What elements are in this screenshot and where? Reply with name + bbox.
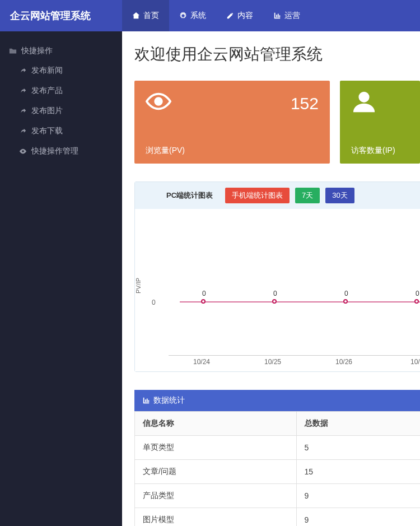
table-header-row: 信息名称 总数据	[135, 412, 421, 436]
sidebar: 快捷操作 发布新闻 发布产品 发布图片 发布下载 快捷操作管理	[0, 31, 122, 526]
sidebar-item-label: 发布下载	[31, 126, 63, 136]
nav-system[interactable]: 系统	[169, 0, 216, 31]
x-tick: 10/25	[264, 358, 281, 366]
share-icon	[19, 107, 27, 115]
y-tick: 0	[152, 299, 156, 306]
x-axis	[169, 355, 420, 356]
chart-icon	[142, 397, 150, 404]
chart-point	[201, 299, 206, 304]
nav-content-label: 内容	[237, 11, 253, 21]
chart-value: 0	[273, 290, 277, 297]
sidebar-item-manage[interactable]: 快捷操作管理	[0, 141, 122, 161]
sidebar-item-download[interactable]: 发布下载	[0, 121, 122, 141]
nav-home[interactable]: 首页	[122, 0, 169, 31]
chart-point	[414, 299, 419, 304]
sidebar-group[interactable]: 快捷操作	[0, 41, 122, 60]
sidebar-item-label: 发布图片	[31, 106, 63, 116]
chart-point	[272, 299, 277, 304]
main-content: 欢迎使用企云网站管理系统 152 浏览量(PV) 访客数量(IP) PC端统计图…	[122, 31, 420, 526]
top-header: 企云网站管理系统 首页 系统 内容 运营	[0, 0, 420, 31]
chart-point	[343, 299, 348, 304]
nav-home-label: 首页	[143, 11, 159, 21]
stats-table: 信息名称 总数据 单页类型5 文章/问题15 产品类型9 图片模型9 下载模型1	[134, 411, 420, 526]
edit-icon	[226, 12, 234, 20]
share-icon	[19, 87, 27, 95]
chart-area: PV/IP 0 0 0 0 0 10/24 10/25 10/26 10/	[135, 209, 420, 371]
sidebar-item-image[interactable]: 发布图片	[0, 101, 122, 121]
page-title: 欢迎使用企云网站管理系统	[134, 44, 420, 65]
share-icon	[19, 127, 27, 135]
stats-title: 数据统计	[153, 395, 185, 406]
stats-panel: 数据统计 信息名称 总数据 单页类型5 文章/问题15 产品类型9 图片模型9 …	[134, 390, 420, 526]
card-ip-label: 访客数量(IP)	[351, 146, 409, 156]
eye-icon	[19, 147, 27, 155]
nav-system-label: 系统	[190, 11, 206, 21]
col-name: 信息名称	[135, 412, 297, 436]
table-row: 图片模型9	[135, 508, 421, 527]
chart-value: 0	[416, 290, 419, 297]
chart-line	[180, 301, 420, 302]
chart-value: 0	[344, 290, 348, 297]
tab-mobile[interactable]: 手机端统计图表	[225, 188, 290, 203]
card-ip[interactable]: 访客数量(IP)	[340, 81, 420, 164]
user-icon	[351, 89, 377, 114]
card-pv-count: 152	[291, 94, 319, 113]
table-row: 单页类型5	[135, 436, 421, 460]
x-tick: 10/26	[335, 358, 352, 366]
nav-ops[interactable]: 运营	[263, 0, 310, 31]
chart-icon	[273, 12, 281, 20]
sidebar-group-label: 快捷操作	[21, 46, 53, 56]
tab-7days[interactable]: 7天	[295, 188, 320, 203]
chart-tabs: PC端统计图表 手机端统计图表 7天 30天	[135, 182, 420, 209]
sidebar-item-product[interactable]: 发布产品	[0, 81, 122, 101]
svg-point-1	[358, 92, 369, 103]
eye-icon	[146, 89, 171, 114]
chart-panel: PC端统计图表 手机端统计图表 7天 30天 PV/IP 0 0 0 0 0 1…	[134, 181, 420, 372]
gear-icon	[179, 12, 187, 20]
x-tick: 10/	[410, 358, 420, 366]
chart-value: 0	[202, 290, 206, 297]
card-pv-label: 浏览量(PV)	[146, 146, 319, 156]
home-icon	[132, 12, 140, 20]
col-total: 总数据	[296, 412, 420, 436]
tab-30days[interactable]: 30天	[325, 188, 354, 203]
stat-cards: 152 浏览量(PV) 访客数量(IP)	[134, 81, 420, 164]
tab-pc[interactable]: PC端统计图表	[160, 188, 220, 203]
sidebar-item-label: 发布产品	[31, 86, 63, 96]
y-axis-label: PV/IP	[135, 278, 142, 294]
brand-title: 企云网站管理系统	[0, 9, 122, 22]
sidebar-item-news[interactable]: 发布新闻	[0, 60, 122, 81]
table-row: 文章/问题15	[135, 460, 421, 484]
svg-point-0	[155, 98, 162, 105]
sidebar-item-label: 发布新闻	[31, 66, 63, 76]
x-tick: 10/24	[193, 358, 210, 366]
card-pv[interactable]: 152 浏览量(PV)	[134, 81, 330, 164]
nav-content[interactable]: 内容	[216, 0, 263, 31]
table-row: 产品类型9	[135, 484, 421, 508]
nav-ops-label: 运营	[284, 11, 300, 21]
stats-header: 数据统计	[134, 390, 420, 411]
sidebar-item-label: 快捷操作管理	[31, 146, 78, 156]
share-icon	[19, 67, 27, 75]
top-nav: 首页 系统 内容 运营	[122, 0, 310, 31]
folder-icon	[9, 47, 17, 55]
